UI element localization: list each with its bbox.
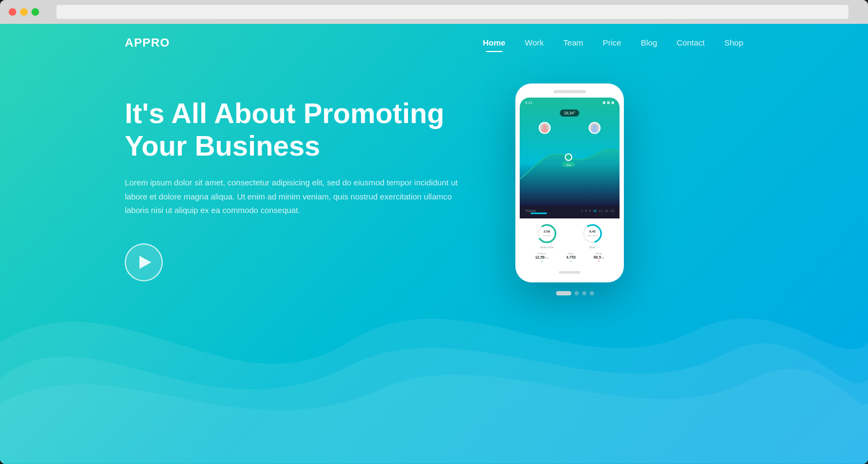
dark-num-1: 7	[581, 209, 583, 212]
stat3-label: Weight	[596, 252, 602, 255]
nav-item-team[interactable]: Team	[563, 38, 583, 48]
phone-dark-numbers: 7 8 9 10 11 12 13	[581, 209, 614, 212]
phone-gauge-1: 2:56 HOURS Active time	[536, 223, 558, 249]
logo[interactable]: APPRO	[125, 36, 170, 50]
stat3-value: 68,5 kg	[593, 255, 604, 259]
svg-text:8,45: 8,45	[589, 230, 596, 233]
dark-num-active: 10	[593, 209, 597, 212]
nav-link-blog[interactable]: Blog	[641, 38, 657, 47]
stat-distance: Distance 12,56 km ▲	[535, 252, 548, 262]
minimize-button[interactable]	[20, 8, 28, 16]
phone-stats-area: 2:56 HOURS Active time	[520, 218, 620, 268]
hero-section: It's All About Promoting Your Business L…	[0, 62, 868, 295]
nav-link-contact[interactable]: Contact	[676, 38, 705, 47]
status-dot-2	[607, 101, 610, 104]
dark-num-5: 11	[599, 209, 603, 212]
phone-status-icons	[603, 101, 614, 104]
phone-mockup: 9:41 28,34°	[515, 83, 635, 295]
phone-badge: 28,34°	[560, 109, 579, 117]
stat1-change: ▲	[541, 260, 543, 262]
gauge2-label: Burn	[590, 246, 596, 249]
stat1-value: 12,56 km	[535, 255, 548, 259]
phone-dark-bar: TRASH 7 8 9 10 11 12 13	[520, 206, 620, 218]
svg-text:2:56: 2:56	[544, 230, 551, 233]
dot-2[interactable]	[575, 291, 579, 295]
browser-window: APPRO Home Work Team Price Blog Co	[0, 0, 868, 464]
phone-status-bar: 9:41	[520, 98, 620, 108]
dark-num-7: 13	[610, 209, 614, 212]
browser-toolbar	[0, 0, 868, 24]
svg-text:HOURS: HOURS	[543, 234, 551, 237]
phone-gauges-row: 2:56 HOURS Active time	[524, 223, 615, 249]
nav-item-price[interactable]: Price	[603, 38, 621, 48]
phone-tabs-indicator	[531, 212, 547, 214]
dark-num-2: 8	[585, 209, 587, 212]
dark-num-3: 9	[589, 209, 591, 212]
stat1-label: Distance	[538, 252, 546, 255]
nav-link-work[interactable]: Work	[525, 38, 544, 47]
website-content: APPRO Home Work Team Price Blog Co	[0, 24, 868, 464]
phone-gauge-2: 8,45 CALORIES Burn	[582, 223, 603, 249]
pagination-dots	[515, 291, 635, 295]
play-button[interactable]	[125, 243, 163, 281]
nav-link-home[interactable]: Home	[483, 38, 506, 47]
svg-text:CALORIES: CALORIES	[587, 234, 598, 237]
dot-1[interactable]	[556, 291, 571, 295]
nav-item-home[interactable]: Home	[483, 38, 506, 48]
stat2-value: 4.753	[566, 255, 576, 259]
phone-screen: 9:41 28,34°	[520, 98, 620, 268]
stat2-label: Steps	[568, 252, 573, 255]
hero-title: It's All About Promoting Your Business	[125, 98, 472, 163]
phone-frame: 9:41 28,34°	[515, 83, 624, 282]
phone-chart: now	[520, 130, 620, 195]
hero-content: It's All About Promoting Your Business L…	[125, 98, 472, 281]
svg-point-2	[592, 125, 597, 129]
stat3-change: ▼	[598, 260, 600, 262]
hero-description: Lorem ipsum dolor sit amet, consectetur …	[125, 176, 472, 217]
svg-point-0	[542, 125, 547, 129]
phone-time: 9:41	[525, 101, 533, 105]
address-bar[interactable]	[56, 5, 848, 19]
stat-steps: Steps 4.753 ▲	[566, 252, 576, 262]
status-dot-3	[611, 101, 614, 104]
dot-4[interactable]	[590, 291, 594, 295]
phone-dark-label: TRASH	[525, 209, 536, 212]
dark-num-6: 12	[605, 209, 609, 212]
phone-speaker	[553, 90, 586, 93]
nav-item-contact[interactable]: Contact	[676, 38, 705, 48]
play-icon	[139, 256, 151, 269]
svg-text:now: now	[566, 163, 571, 166]
nav-link-shop[interactable]: Shop	[724, 38, 743, 47]
nav-item-blog[interactable]: Blog	[641, 38, 657, 48]
gauge1-label: Active time	[540, 246, 553, 249]
stat2-change: ▲	[570, 260, 572, 262]
nav-link-price[interactable]: Price	[603, 38, 621, 47]
nav-item-work[interactable]: Work	[525, 38, 544, 48]
phone-bottom-stats: Distance 12,56 km ▲ Steps 4.753 ▲	[524, 252, 615, 265]
stat-weight: Weight 68,5 kg ▼	[593, 252, 604, 262]
dot-3[interactable]	[582, 291, 586, 295]
nav-links: Home Work Team Price Blog Contact	[483, 38, 743, 48]
nav-item-shop[interactable]: Shop	[724, 38, 743, 48]
phone-screen-top: 9:41 28,34°	[520, 98, 620, 206]
browser-controls	[9, 8, 39, 16]
close-button[interactable]	[9, 8, 16, 16]
phone-home-indicator	[559, 271, 580, 274]
nav-link-team[interactable]: Team	[563, 38, 583, 47]
svg-point-4	[565, 154, 572, 160]
navigation: APPRO Home Work Team Price Blog Co	[0, 24, 868, 62]
status-dot-1	[603, 101, 605, 104]
maximize-button[interactable]	[31, 8, 39, 16]
